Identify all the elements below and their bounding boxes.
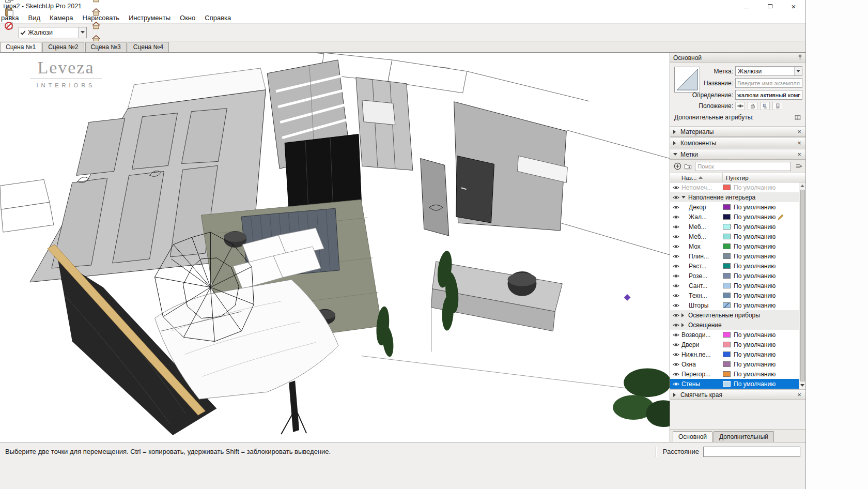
close-panel-icon[interactable]: × <box>795 391 803 399</box>
tag-row-16[interactable]: ДвериПо умолчанию <box>670 340 799 349</box>
view-back-icon[interactable] <box>89 19 103 32</box>
instance-name-input[interactable] <box>735 78 802 88</box>
tag-color-swatch[interactable] <box>723 224 731 230</box>
tag-dash-style[interactable]: По умолчанию <box>731 331 776 339</box>
delete-icon[interactable] <box>3 19 16 32</box>
tag-row-7[interactable]: Плин...По умолчанию <box>670 251 799 261</box>
menu-item-6[interactable]: Справка <box>200 12 236 23</box>
panel-header-components[interactable]: Компоненты × <box>670 137 805 148</box>
panel-header-soften-edges[interactable]: Смягчить края × <box>670 389 805 400</box>
tag-dash-style[interactable]: По умолчанию <box>731 282 776 289</box>
tag-dash-style[interactable]: По умолчанию <box>731 223 776 231</box>
expand-arrow-icon[interactable] <box>681 323 688 327</box>
tag-color-swatch[interactable] <box>723 371 731 377</box>
tray-tab-0[interactable]: Основной <box>673 431 712 442</box>
tag-row-0[interactable]: Непомеч...По умолчанию <box>670 182 799 192</box>
add-tag-icon[interactable] <box>672 161 683 172</box>
tag-row-8[interactable]: Раст...По умолчанию <box>670 261 799 271</box>
visibility-eye-icon[interactable] <box>670 323 681 328</box>
lock-toggle-icon[interactable] <box>748 102 757 110</box>
tag-dash-style[interactable]: По умолчанию <box>731 380 776 388</box>
tag-row-3[interactable]: Жал...По умолчанию <box>670 212 799 222</box>
attributes-grid-icon[interactable] <box>793 113 802 121</box>
tag-color-swatch[interactable] <box>723 214 731 220</box>
scrollbar-thumb[interactable] <box>800 190 805 381</box>
visibility-eye-icon[interactable] <box>670 303 681 308</box>
tag-dash-style[interactable]: По умолчанию <box>731 341 776 348</box>
tag-row-15[interactable]: Возводи...По умолчанию <box>670 330 799 340</box>
minimize-button[interactable] <box>734 0 758 12</box>
visibility-eye-icon[interactable] <box>670 244 681 249</box>
tags-search-input[interactable] <box>695 162 791 171</box>
visibility-eye-icon[interactable] <box>670 185 681 190</box>
tag-row-12[interactable]: ШторыПо умолчанию <box>670 300 799 310</box>
measurement-input[interactable] <box>703 447 800 457</box>
tag-select[interactable]: Жалюзи <box>735 66 802 76</box>
menu-item-2[interactable]: Камера <box>45 12 78 23</box>
scene-tab-3[interactable]: Сцена №3 <box>85 42 127 52</box>
tag-row-19[interactable]: Перегор...По умолчанию <box>670 369 799 379</box>
pin-icon[interactable] <box>797 54 803 62</box>
viewport-3d[interactable]: Leveza INTERIORS <box>0 53 670 442</box>
tag-color-swatch[interactable] <box>723 342 731 347</box>
expand-arrow-icon[interactable] <box>673 141 680 145</box>
menu-item-4[interactable]: Инструменты <box>124 12 175 23</box>
tag-row-13[interactable]: Осветительные приборы <box>670 310 799 320</box>
tag-row-14[interactable]: Освещение <box>670 320 799 330</box>
hidden-toggle-icon[interactable] <box>735 102 745 110</box>
visibility-eye-icon[interactable] <box>670 342 681 347</box>
close-button[interactable]: × <box>782 0 805 12</box>
visibility-eye-icon[interactable] <box>670 332 681 338</box>
tag-color-swatch[interactable] <box>723 302 731 308</box>
visibility-eye-icon[interactable] <box>670 372 681 377</box>
visibility-eye-icon[interactable] <box>670 293 681 298</box>
visibility-eye-icon[interactable] <box>670 264 681 269</box>
tag-row-1[interactable]: Наполнение интерьера <box>670 192 799 202</box>
chevron-down-icon[interactable] <box>794 67 802 75</box>
active-tag-combobox[interactable]: Жалюзи <box>19 27 87 38</box>
tag-row-6[interactable]: МохПо умолчанию <box>670 241 799 251</box>
scene-tab-2[interactable]: Сцена №2 <box>42 42 84 52</box>
tag-dash-style[interactable]: По умолчанию <box>731 272 776 280</box>
scene-tab-4[interactable]: Сцена №4 <box>128 42 169 52</box>
visibility-eye-icon[interactable] <box>670 273 681 279</box>
chevron-down-icon[interactable] <box>78 27 86 38</box>
close-panel-icon[interactable]: × <box>795 151 803 158</box>
visibility-eye-icon[interactable] <box>670 352 681 357</box>
tag-row-4[interactable]: Меб...По умолчанию <box>670 222 799 232</box>
menu-item-5[interactable]: Окно <box>175 12 200 23</box>
tag-dash-style[interactable]: По умолчанию <box>731 292 776 299</box>
view-right-icon[interactable] <box>89 5 103 19</box>
cast-shadows-toggle-icon[interactable] <box>760 102 770 110</box>
expand-arrow-icon[interactable] <box>681 313 688 317</box>
collapse-arrow-icon[interactable] <box>681 196 688 198</box>
expand-arrow-icon[interactable] <box>673 130 680 134</box>
tag-dash-style[interactable]: По умолчанию <box>731 213 776 221</box>
visibility-eye-icon[interactable] <box>670 234 681 239</box>
tag-row-11[interactable]: Техн...По умолчанию <box>670 291 799 300</box>
visibility-eye-icon[interactable] <box>670 381 681 387</box>
tray-title-bar[interactable]: Основной <box>670 53 805 63</box>
tag-color-swatch[interactable] <box>723 263 731 269</box>
tag-color-swatch[interactable] <box>723 332 731 338</box>
panel-header-tags[interactable]: Метки × <box>670 149 805 160</box>
tag-row-20[interactable]: СтеныПо умолчанию <box>670 379 799 389</box>
copy-icon[interactable] <box>3 0 16 5</box>
tag-dash-style[interactable]: По умолчанию <box>731 302 776 309</box>
expand-arrow-icon[interactable] <box>673 393 680 397</box>
tag-color-swatch[interactable] <box>723 273 731 279</box>
tag-dash-style[interactable]: По умолчанию <box>731 361 776 368</box>
tag-details-arrow-icon[interactable] <box>793 161 803 172</box>
visibility-eye-icon[interactable] <box>670 254 681 259</box>
tag-color-swatch[interactable] <box>723 283 731 288</box>
tag-row-18[interactable]: ОкнаПо умолчанию <box>670 359 799 369</box>
column-header-name[interactable]: Наз... <box>670 173 723 182</box>
tag-dash-style[interactable]: По умолчанию <box>731 184 776 191</box>
definition-input[interactable] <box>735 90 802 100</box>
tag-color-swatch[interactable] <box>723 185 731 190</box>
menu-item-1[interactable]: Вид <box>24 12 45 23</box>
tag-color-swatch[interactable] <box>723 293 731 298</box>
tag-row-17[interactable]: Нижн.пе...По умолчанию <box>670 349 799 359</box>
visibility-eye-icon[interactable] <box>670 224 681 230</box>
tag-dash-style[interactable]: По умолчанию <box>731 371 776 378</box>
